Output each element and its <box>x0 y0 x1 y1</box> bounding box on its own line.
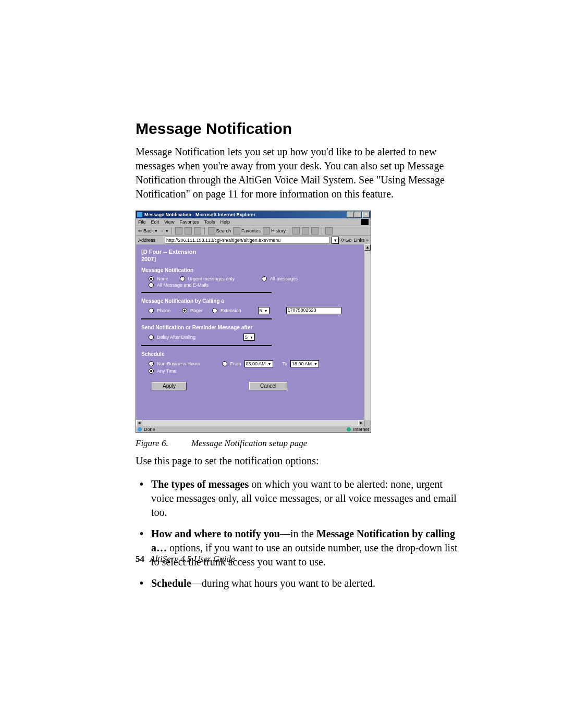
label-pager: Pager <box>190 308 203 313</box>
section-send-after: Send Notification or Reminder Message af… <box>141 325 359 330</box>
bullet-schedule: Schedule—during what hours you want to b… <box>151 576 459 590</box>
menu-view[interactable]: View <box>164 219 174 225</box>
menu-file[interactable]: File <box>138 219 146 225</box>
label-urgent: Urgent messages only <box>188 276 235 281</box>
search-icon <box>208 227 215 235</box>
section-msg-notif: Message Notification <box>141 267 359 273</box>
address-bar: Address ▾ ⟳Go Links » <box>136 236 371 245</box>
back-button[interactable]: ⇐Back ▾ <box>138 228 157 233</box>
figure-number: Figure 6. <box>136 438 168 448</box>
page-footer: 54 AltiServ 4.5 User Guide <box>136 554 235 564</box>
intro-paragraph: Message Notification lets you set up how… <box>136 145 459 201</box>
radio-nbh[interactable] <box>149 361 154 366</box>
radio-all[interactable] <box>262 276 267 281</box>
radio-delay[interactable] <box>149 335 154 340</box>
section-heading: Message Notification <box>136 120 459 138</box>
history-button[interactable]: History <box>263 227 286 235</box>
ie-throbber-icon <box>361 219 369 225</box>
radio-all-email[interactable] <box>149 282 154 288</box>
status-page-icon <box>138 427 142 431</box>
status-bar: Done Internet <box>136 426 371 433</box>
menu-favorites[interactable]: Favorites <box>179 219 199 225</box>
menu-help[interactable]: Help <box>220 219 230 225</box>
label-all: All messages <box>270 276 298 281</box>
screenshot-ie-window: Message Notification - Microsoft Interne… <box>136 211 371 433</box>
favorites-button[interactable]: Favorites <box>233 227 261 235</box>
history-icon <box>263 227 270 235</box>
ie-logo-icon <box>137 212 142 217</box>
stop-icon[interactable] <box>175 227 182 235</box>
divider <box>141 292 272 293</box>
section-schedule: Schedule <box>141 351 359 357</box>
print-icon[interactable] <box>302 227 309 235</box>
figure-caption: Figure 6. Message Notification setup pag… <box>136 438 459 449</box>
scroll-up-icon[interactable]: ▲ <box>364 244 371 251</box>
status-zone: Internet <box>353 427 369 432</box>
user-heading-line2: 2007] <box>141 256 359 262</box>
address-input[interactable] <box>165 237 329 244</box>
page-number: 54 <box>136 554 144 564</box>
from-time-select[interactable]: 08:00 AM▼ <box>244 360 273 367</box>
menu-bar: File Edit View Favorites Tools Help <box>136 218 371 226</box>
label-delay: Delay After Dialing <box>157 335 195 340</box>
radio-none[interactable] <box>149 276 154 281</box>
radio-urgent[interactable] <box>180 276 185 281</box>
radio-from[interactable] <box>222 361 227 366</box>
links-button[interactable]: Links » <box>353 238 369 243</box>
menu-edit[interactable]: Edit <box>151 219 160 225</box>
home-icon[interactable] <box>194 227 201 235</box>
refresh-icon[interactable] <box>185 227 192 235</box>
label-anytime: Any Time <box>157 368 177 374</box>
address-label: Address <box>138 238 155 243</box>
page-content: [D Four -- Extension 2007] Message Notif… <box>136 244 364 426</box>
label-all-email: All Message and E-Mails <box>157 282 209 288</box>
lead-out: Use this page to set the notification op… <box>136 454 459 468</box>
search-button[interactable]: Search <box>208 227 231 235</box>
user-heading-line1: [D Four -- Extension <box>141 249 359 255</box>
minimize-button[interactable]: _ <box>347 212 354 218</box>
label-to: To <box>283 361 288 366</box>
favorites-icon <box>233 227 240 235</box>
vertical-scrollbar[interactable]: ▲ ▼ <box>364 244 371 426</box>
address-dropdown[interactable]: ▾ <box>332 237 339 244</box>
to-time-select[interactable]: 18:00 AM▼ <box>290 360 319 367</box>
number-field[interactable]: 17075802523 <box>286 307 341 314</box>
divider <box>141 345 272 346</box>
label-extension: Extension <box>221 308 241 313</box>
cancel-button[interactable]: Cancel <box>249 382 287 390</box>
label-from: From <box>230 361 241 366</box>
page-icon <box>157 238 163 243</box>
internet-zone-icon <box>347 427 351 431</box>
forward-button[interactable]: → ▾ <box>160 228 168 233</box>
window-titlebar: Message Notification - Microsoft Interne… <box>136 211 371 218</box>
label-none: None <box>157 276 168 281</box>
menu-tools[interactable]: Tools <box>204 219 215 225</box>
radio-anytime[interactable] <box>149 368 154 374</box>
delay-select[interactable]: 5▼ <box>243 334 255 341</box>
radio-pager[interactable] <box>182 308 187 313</box>
window-title: Message Notification - Microsoft Interne… <box>144 212 347 217</box>
close-button[interactable]: × <box>362 212 370 218</box>
guide-title: AltiServ 4.5 User Guide <box>150 554 235 564</box>
mail-icon[interactable] <box>292 227 300 235</box>
discuss-icon[interactable] <box>325 227 333 235</box>
bullet-types: The types of messages on which you want … <box>151 477 459 520</box>
toolbar: ⇐Back ▾ → ▾ Search Favorites History <box>136 226 371 236</box>
radio-phone[interactable] <box>149 308 154 313</box>
bullet-list: The types of messages on which you want … <box>136 477 459 590</box>
trunk-select[interactable]: 6▼ <box>258 307 270 314</box>
divider <box>141 318 272 319</box>
radio-extension[interactable] <box>212 308 217 313</box>
go-button[interactable]: ⟳Go <box>341 238 351 243</box>
label-phone: Phone <box>157 308 170 313</box>
maximize-button[interactable]: □ <box>354 212 362 218</box>
edit-icon[interactable] <box>311 227 319 235</box>
label-nbh: Non-Business Hours <box>157 361 200 366</box>
figure-title: Message Notification setup page <box>191 438 307 448</box>
status-text: Done <box>144 427 155 432</box>
apply-button[interactable]: Apply <box>152 382 187 390</box>
section-call-by: Message Notification by Calling a <box>141 298 359 304</box>
